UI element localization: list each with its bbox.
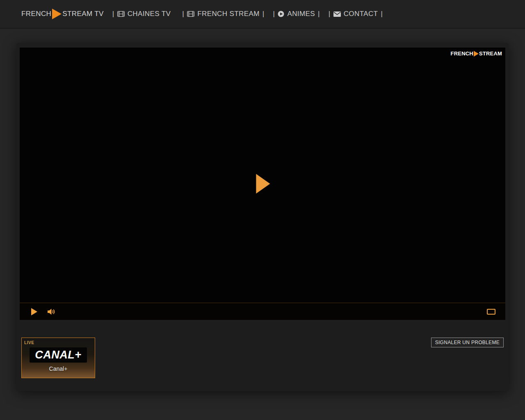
live-badge: LIVE [22,338,95,345]
nav-separator: | [329,10,331,18]
big-play-button[interactable] [256,174,270,194]
nav-item-chaines-tv[interactable]: | CHAINES TV [112,10,174,18]
player-watermark: FRENCH STREAM [451,50,502,57]
player-control-bar [20,303,505,320]
play-circle-icon [278,11,284,17]
volume-icon [48,308,56,315]
nav-separator: | [182,10,184,18]
nav-item-label: CONTACT [344,10,378,18]
canal-plus-logo-text: CANAL+ [35,348,81,362]
fullscreen-button[interactable] [487,309,495,315]
channel-card-canal-plus[interactable]: LIVE CANAL+ Canal+ [21,338,95,378]
brand-play-triangle-icon [52,9,62,19]
nav-separator: | [381,10,383,18]
nav-item-contact[interactable]: | CONTACT | [329,10,383,18]
volume-button[interactable] [48,308,56,315]
canal-plus-logo: CANAL+ [30,347,87,363]
brand-logo-link[interactable]: FRENCH STREAM TV [21,9,104,19]
report-problem-button[interactable]: SIGNALER UN PROBLEME [431,338,504,347]
nav-separator: | [262,10,265,18]
film-icon [117,11,125,17]
nav-separator: | [112,10,114,18]
nav-separator: | [318,10,320,18]
nav-item-label: CHAINES TV [128,10,171,18]
video-player: FRENCH STREAM [20,48,505,320]
content-panel: FRENCH STREAM LIVE CANAL+ Canal+ [16,43,509,391]
brand-first-word: FRENCH [21,10,51,18]
top-navigation: FRENCH STREAM TV | CHAINES TV | [0,0,525,29]
nav-item-label: FRENCH STREAM [197,10,260,18]
envelope-icon [333,11,341,17]
watermark-play-triangle-icon [474,51,479,57]
watermark-second-word: STREAM [479,50,502,57]
film-icon [187,11,194,17]
channel-row: LIVE CANAL+ Canal+ SIGNALER UN PROBLEME [20,338,505,378]
watermark-first-word: FRENCH [451,50,473,57]
channel-name: Canal+ [22,365,95,372]
nav-item-label: ANIMES [287,10,315,18]
nav-separator: | [273,10,275,18]
nav-item-animes[interactable]: | ANIMES | [273,10,320,18]
nav-item-french-stream[interactable]: | FRENCH STREAM | [182,10,264,18]
play-button[interactable] [31,308,37,315]
brand-second-word: STREAM TV [62,10,104,18]
